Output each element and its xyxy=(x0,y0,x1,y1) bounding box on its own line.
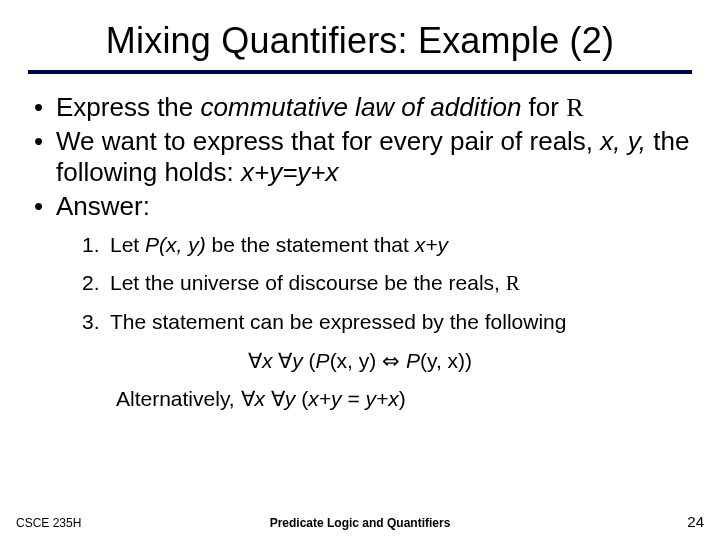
step-1-mid: be the statement that xyxy=(206,233,415,256)
bullet-1-emph: commutative law of addition xyxy=(201,92,522,122)
formula-iff: ⇔ xyxy=(376,349,406,372)
step-1: Let P(x, y) be the statement that x+y xyxy=(82,229,692,262)
formula-p1: P xyxy=(316,349,330,372)
bullet-1-post: for xyxy=(521,92,566,122)
footer-topic: Predicate Logic and Quantifiers xyxy=(0,516,720,530)
bullet-3: Answer: xyxy=(28,191,692,223)
step-1-pre: Let xyxy=(110,233,145,256)
step-1-expr: x+y xyxy=(415,233,448,256)
formula-p2: P xyxy=(406,349,420,372)
alt-word: Alternatively, xyxy=(116,387,241,410)
slide-title: Mixing Quantifiers: Example (2) xyxy=(28,20,692,74)
step-1-args: (x, y) xyxy=(159,233,206,256)
alt-y: y xyxy=(285,387,301,410)
bullet-1: Express the commutative law of addition … xyxy=(28,92,692,124)
formula-y: y xyxy=(292,349,308,372)
bullet-2-pre: We want to express that for every pair o… xyxy=(56,126,600,156)
alt-forall-1: ∀ xyxy=(241,387,255,410)
step-2-reals: R xyxy=(506,271,520,295)
bullet-2: We want to express that for every pair o… xyxy=(28,126,692,189)
formula-open: ( xyxy=(309,349,316,372)
step-1-p: P xyxy=(145,233,159,256)
forall-2: ∀ xyxy=(278,349,292,372)
bullet-2-eq: x+y=y+x xyxy=(241,157,339,187)
step-2-pre: Let the universe of discourse be the rea… xyxy=(110,271,506,294)
formula-args1: (x, y) xyxy=(330,349,377,372)
main-bullets: Express the commutative law of addition … xyxy=(28,92,692,223)
footer-page-number: 24 xyxy=(687,513,704,530)
bullet-2-xy: x, y, xyxy=(600,126,646,156)
step-2: Let the universe of discourse be the rea… xyxy=(82,267,692,300)
alt-x: x xyxy=(255,387,271,410)
step-3: The statement can be expressed by the fo… xyxy=(82,306,692,339)
alt-formula: Alternatively, ∀x ∀y (x+y = y+x) xyxy=(116,387,692,411)
formula-args2: (y, x xyxy=(420,349,458,372)
main-formula: ∀x ∀y (P(x, y) ⇔ P(y, x)) xyxy=(28,349,692,373)
bullet-1-pre: Express the xyxy=(56,92,201,122)
alt-eq: x+y = y+x xyxy=(308,387,398,410)
bullet-3-text: Answer: xyxy=(56,191,150,221)
formula-x: x xyxy=(262,349,278,372)
formula-close: )) xyxy=(458,349,472,372)
answer-steps: Let P(x, y) be the statement that x+y Le… xyxy=(82,229,692,339)
alt-close: ) xyxy=(399,387,406,410)
step-3-text: The statement can be expressed by the fo… xyxy=(110,310,566,333)
forall-1: ∀ xyxy=(248,349,262,372)
slide: Mixing Quantifiers: Example (2) Express … xyxy=(0,0,720,540)
bullet-1-reals: R xyxy=(566,93,583,122)
alt-forall-2: ∀ xyxy=(271,387,285,410)
